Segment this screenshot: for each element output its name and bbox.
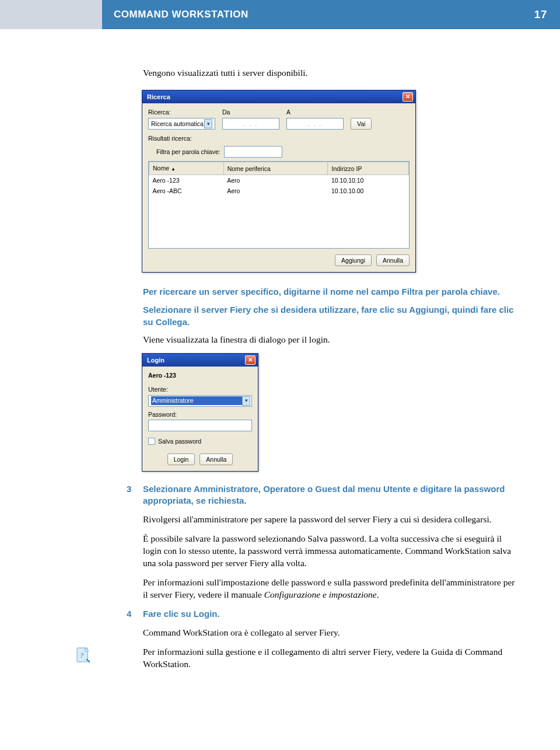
filtra-label: Filtra per parola chiave: bbox=[156, 148, 220, 156]
aggiungi-button[interactable]: Aggiungi bbox=[335, 254, 372, 266]
col-nome[interactable]: Nome▲ bbox=[149, 162, 224, 175]
login-dialog: Login ✕ Aero -123 Utente: Amministratore… bbox=[142, 353, 258, 472]
filtra-input[interactable] bbox=[224, 146, 282, 158]
utente-label: Utente: bbox=[148, 385, 252, 393]
ricerca-label: Ricerca: bbox=[148, 108, 215, 116]
finestra-login-text: Viene visualizzata la finestra di dialog… bbox=[143, 334, 519, 346]
step-4-heading: Fare clic su Login. bbox=[143, 608, 220, 620]
chevron-down-icon: ▾ bbox=[242, 396, 250, 406]
login-server-name: Aero -123 bbox=[148, 371, 252, 379]
instruct-filtra: Per ricercare un server specifico, digit… bbox=[143, 285, 519, 298]
step-4-p1: Command WorkStation ora è collegato al s… bbox=[143, 627, 519, 639]
step-3-p2: È possibile salvare la password selezion… bbox=[143, 533, 519, 570]
svg-text:?: ? bbox=[80, 651, 84, 660]
vai-button[interactable]: Vai bbox=[351, 118, 372, 130]
a-label: A bbox=[286, 108, 344, 116]
password-label: Password: bbox=[148, 410, 252, 418]
login-annulla-button[interactable]: Annulla bbox=[200, 454, 233, 465]
step-3-p1: Rivolgersi all'amministratore per sapere… bbox=[143, 514, 519, 526]
instruct-seleziona: Selezionare il server Fiery che si desid… bbox=[143, 304, 519, 328]
da-ip-field[interactable]: . . . bbox=[222, 118, 279, 130]
step-3-p3: Per informazioni sull'impostazione delle… bbox=[143, 577, 519, 601]
step-4-number: 4 bbox=[127, 608, 131, 620]
sort-asc-icon: ▲ bbox=[171, 166, 176, 172]
login-title: Login bbox=[147, 356, 164, 365]
ricerca-title: Ricerca bbox=[147, 93, 170, 102]
annulla-button[interactable]: Annulla bbox=[376, 254, 410, 266]
results-table: Nome▲ Nome periferica Indirizzo IP Aero … bbox=[148, 161, 410, 249]
chevron-down-icon: ▾ bbox=[204, 119, 212, 128]
header-right-block: COMMAND WORKSTATION 17 bbox=[102, 0, 560, 29]
ricerca-dialog: Ricerca ✕ Ricerca: Ricerca automatica ▾ … bbox=[142, 90, 416, 273]
help-icon: ? bbox=[76, 647, 90, 664]
risultati-label: Risultati ricerca: bbox=[148, 135, 192, 142]
step-4-p2: Per informazioni sulla gestione e il col… bbox=[143, 646, 519, 671]
step-3-heading: Selezionare Amministratore, Operatore o … bbox=[143, 483, 519, 507]
login-button[interactable]: Login bbox=[167, 454, 195, 465]
ricerca-select[interactable]: Ricerca automatica ▾ bbox=[148, 118, 215, 130]
password-input[interactable] bbox=[148, 420, 252, 431]
da-label: Da bbox=[222, 108, 279, 116]
salva-password-checkbox[interactable] bbox=[148, 438, 155, 445]
col-ip[interactable]: Indirizzo IP bbox=[328, 162, 409, 175]
salva-password-label: Salva password bbox=[158, 437, 201, 445]
col-periferica[interactable]: Nome periferica bbox=[223, 162, 328, 175]
table-row[interactable]: Aero -123 Aero 10.10.10.10 bbox=[149, 175, 409, 186]
utente-value: Amministratore bbox=[151, 396, 242, 404]
header-left-block bbox=[0, 0, 102, 29]
utente-select[interactable]: Amministratore ▾ bbox=[148, 395, 252, 407]
a-ip-field[interactable]: . . . bbox=[286, 118, 344, 130]
close-icon[interactable]: ✕ bbox=[245, 355, 256, 365]
page-header: COMMAND WORKSTATION 17 bbox=[0, 0, 560, 29]
login-titlebar: Login ✕ bbox=[142, 354, 258, 367]
intro-text: Vengono visualizzati tutti i server disp… bbox=[143, 67, 519, 79]
table-row[interactable]: Aero -ABC Aero 10.10.10.00 bbox=[149, 186, 409, 196]
header-title: COMMAND WORKSTATION bbox=[114, 9, 249, 20]
close-icon[interactable]: ✕ bbox=[402, 92, 413, 102]
header-page-number: 17 bbox=[534, 8, 547, 21]
ricerca-titlebar: Ricerca ✕ bbox=[142, 90, 415, 103]
step-3-number: 3 bbox=[127, 483, 131, 495]
ricerca-select-value: Ricerca automatica bbox=[151, 120, 204, 128]
